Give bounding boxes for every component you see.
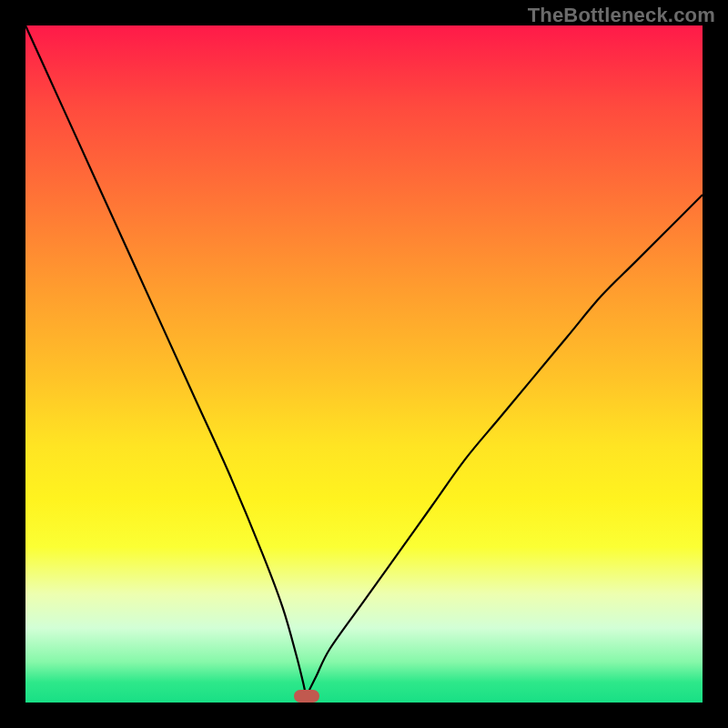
plot-outer-border bbox=[25, 25, 703, 703]
bottleneck-curve bbox=[25, 25, 703, 703]
bottleneck-curve-path bbox=[25, 25, 703, 696]
optimal-point-marker bbox=[294, 690, 319, 703]
chart-frame: TheBottleneck.com bbox=[0, 0, 728, 728]
watermark-label: TheBottleneck.com bbox=[528, 4, 715, 27]
